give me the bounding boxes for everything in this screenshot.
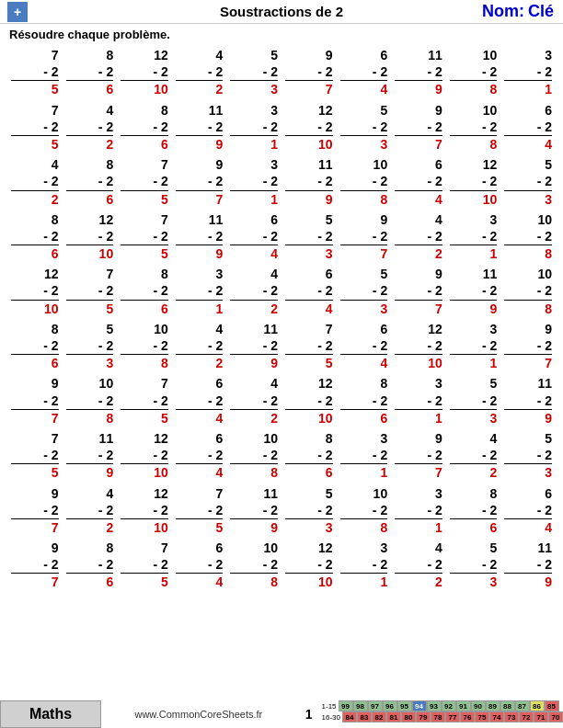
problem-top: 12 [428, 321, 442, 337]
problem-answer: 7 [326, 81, 333, 97]
problem-answer: 4 [380, 355, 387, 371]
problem-answer: 9 [545, 574, 552, 590]
problem-answer: 9 [270, 355, 278, 371]
problem-top: 8 [326, 430, 333, 447]
problem-top: 4 [106, 485, 113, 502]
problem-top: 12 [154, 47, 168, 63]
problem-top: 6 [545, 102, 552, 119]
problem-top: 8 [490, 485, 498, 502]
problem-cell: 7 - 2 5 [117, 154, 172, 210]
footer-page: 1 [296, 700, 322, 728]
problem-top: 10 [373, 485, 388, 502]
problem-answer: 1 [216, 301, 224, 317]
problem-sub: - 2 [66, 63, 114, 81]
problem-top: 9 [52, 540, 59, 556]
problem-cell: 7 - 2 5 [7, 45, 63, 100]
problem-sub: - 2 [176, 556, 224, 574]
problem-top: 7 [161, 540, 168, 556]
problem-sub: - 2 [176, 447, 224, 464]
problem-cell: 8 - 2 6 [7, 210, 63, 265]
problem-answer: 5 [52, 464, 59, 481]
problem-cell: 5 - 2 3 [63, 319, 118, 374]
problem-sub: - 2 [504, 63, 552, 81]
problem-cell: 4 - 2 2 [391, 210, 446, 265]
problem-answer: 10 [154, 519, 168, 536]
problem-top: 8 [52, 321, 59, 337]
problem-cell: 3 - 2 1 [446, 319, 501, 374]
problem-sub: - 2 [230, 228, 278, 245]
problem-top: 7 [161, 211, 168, 228]
problem-sub: - 2 [66, 228, 114, 245]
problem-sub: - 2 [450, 119, 498, 136]
problem-sub: - 2 [395, 119, 442, 136]
problem-top: 12 [154, 430, 168, 447]
problem-answer: 6 [380, 410, 387, 427]
header: + Soustractions de 2 Nom: Clé [0, 0, 563, 24]
problem-answer: 1 [490, 245, 498, 262]
problem-sub: - 2 [395, 282, 442, 300]
problem-sub: - 2 [176, 282, 224, 300]
problem-top: 9 [52, 375, 59, 392]
problem-sub: - 2 [121, 556, 168, 574]
problem-top: 3 [380, 540, 387, 556]
problem-sub: - 2 [176, 119, 224, 136]
problem-top: 6 [270, 211, 278, 228]
problem-cell: 9 - 2 7 [391, 264, 446, 319]
problem-cell: 3 - 2 1 [337, 428, 392, 483]
problem-top: 12 [318, 540, 333, 556]
problem-cell: 11 - 2 9 [172, 100, 227, 155]
problem-sub: - 2 [450, 556, 498, 574]
problem-cell: 4 - 2 2 [172, 319, 227, 374]
problem-cell: 12 - 2 10 [282, 538, 337, 593]
problem-cell: 8 - 2 6 [63, 45, 118, 100]
problem-sub: - 2 [11, 447, 59, 464]
problem-answer: 5 [216, 519, 224, 536]
problem-cell: 6 - 2 4 [172, 373, 227, 428]
problem-answer: 6 [490, 519, 498, 536]
problem-top: 10 [154, 321, 168, 337]
problem-sub: - 2 [340, 228, 388, 245]
problem-answer: 1 [435, 410, 442, 427]
problem-cell: 5 - 2 3 [446, 373, 501, 428]
problem-top: 9 [326, 47, 333, 63]
problem-top: 5 [490, 540, 498, 556]
problem-top: 3 [490, 211, 498, 228]
problem-answer: 4 [545, 519, 552, 536]
problem-cell: 11 - 2 9 [446, 264, 501, 319]
problem-answer: 6 [106, 191, 113, 208]
problem-answer: 10 [428, 355, 442, 371]
problem-answer: 6 [52, 355, 59, 371]
problem-top: 8 [161, 102, 168, 119]
problem-top: 11 [428, 47, 442, 63]
problem-sub: - 2 [11, 392, 59, 410]
problem-answer: 1 [380, 464, 387, 481]
problem-sub: - 2 [121, 282, 168, 300]
logo-icon: + [7, 2, 28, 22]
problem-top: 9 [435, 102, 442, 119]
problem-answer: 8 [380, 519, 387, 536]
problem-answer: 5 [326, 355, 333, 371]
problem-answer: 7 [216, 191, 224, 208]
problem-cell: 5 - 2 3 [337, 264, 392, 319]
problem-answer: 4 [326, 301, 333, 317]
problem-answer: 3 [270, 81, 278, 97]
problem-sub: - 2 [340, 173, 388, 190]
problem-top: 11 [318, 156, 333, 173]
problem-sub: - 2 [395, 173, 442, 190]
problem-top: 9 [435, 430, 442, 447]
problem-cell: 7 - 2 5 [117, 373, 172, 428]
problem-top: 10 [99, 375, 114, 392]
problem-sub: - 2 [340, 337, 388, 355]
problem-answer: 8 [490, 136, 498, 153]
problem-answer: 2 [490, 464, 498, 481]
problem-answer: 3 [545, 464, 552, 481]
problem-answer: 9 [435, 81, 442, 97]
problem-top: 11 [209, 211, 224, 228]
problem-top: 11 [99, 430, 114, 447]
problem-answer: 8 [161, 355, 168, 371]
problem-answer: 6 [326, 464, 333, 481]
problem-top: 8 [52, 211, 59, 228]
problem-answer: 4 [435, 191, 442, 208]
problem-answer: 2 [106, 519, 113, 536]
problem-cell: 10 - 2 8 [226, 538, 282, 593]
